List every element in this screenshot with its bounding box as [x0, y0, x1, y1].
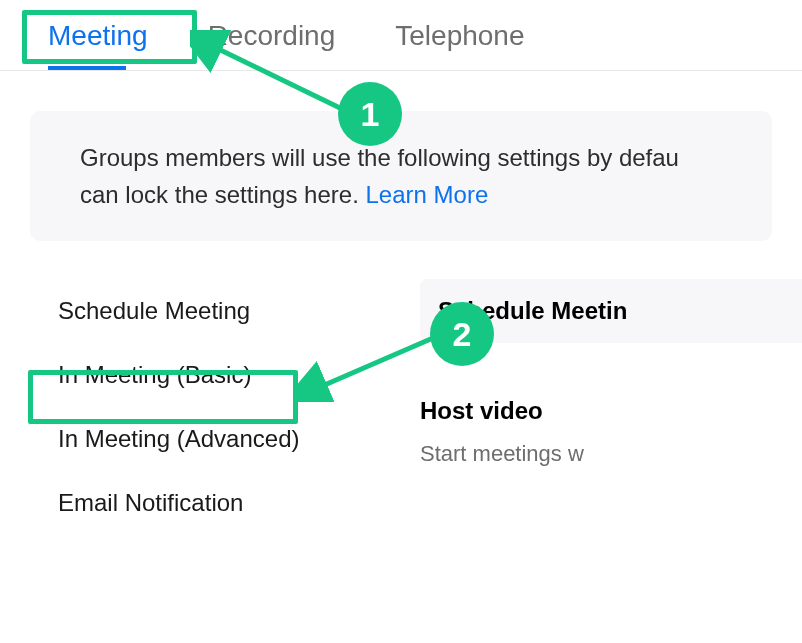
setting-host-video-desc: Start meetings w — [420, 441, 802, 467]
settings-main: Schedule Meetin Host video Start meeting… — [420, 279, 802, 535]
setting-host-video-title: Host video — [420, 397, 802, 425]
notice-text-line1: Groups members will use the following se… — [80, 144, 679, 171]
tabs-bar: Meeting Recording Telephone — [0, 0, 802, 71]
subnav-email-notification[interactable]: Email Notification — [50, 471, 420, 535]
tab-recording[interactable]: Recording — [208, 20, 336, 70]
content-area: Schedule Meeting In Meeting (Basic) In M… — [0, 279, 802, 535]
info-notice: Groups members will use the following se… — [30, 111, 772, 241]
tab-telephone[interactable]: Telephone — [395, 20, 524, 70]
subnav-in-meeting-basic[interactable]: In Meeting (Basic) — [50, 343, 420, 407]
learn-more-link[interactable]: Learn More — [366, 181, 489, 208]
notice-text-line2: can lock the settings here. — [80, 181, 359, 208]
section-heading-schedule: Schedule Meetin — [420, 279, 802, 343]
subnav-schedule-meeting[interactable]: Schedule Meeting — [50, 279, 420, 343]
tab-meeting[interactable]: Meeting — [48, 20, 148, 70]
subnav-in-meeting-advanced[interactable]: In Meeting (Advanced) — [50, 407, 420, 471]
settings-subnav: Schedule Meeting In Meeting (Basic) In M… — [0, 279, 420, 535]
